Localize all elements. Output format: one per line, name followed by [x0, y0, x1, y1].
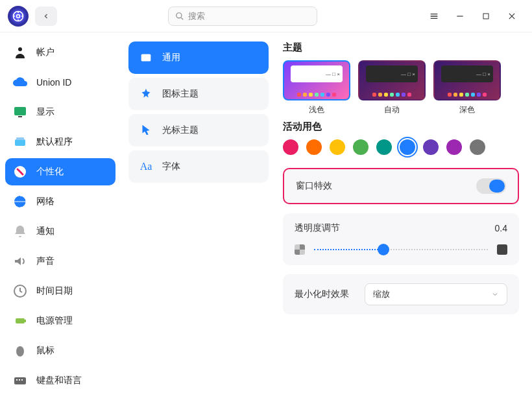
search-input[interactable]: 搜索: [168, 6, 317, 26]
sidebar-item-label: 显示: [36, 106, 54, 118]
maximize-button[interactable]: [480, 10, 492, 22]
submenu: 通用图标主题光标主题Aa字体: [121, 32, 276, 411]
keyboard-icon: [12, 372, 29, 389]
chevron-down-icon: [491, 290, 499, 298]
submenu-item-icontheme[interactable]: 图标主题: [128, 78, 269, 110]
accent-color-5[interactable]: [400, 139, 415, 155]
sidebar-item-mouse[interactable]: 鼠标: [5, 337, 115, 364]
sidebar-item-label: 时间日期: [36, 285, 73, 297]
cursortheme-icon: [139, 123, 153, 137]
svg-rect-17: [19, 379, 20, 381]
sidebar-item-label: Union ID: [36, 77, 71, 88]
svg-point-2: [176, 12, 182, 18]
sidebar-item-label: 网络: [36, 196, 54, 207]
accent-color-7[interactable]: [446, 139, 462, 155]
opacity-value: 0.4: [495, 223, 507, 233]
svg-rect-12: [16, 318, 25, 323]
theme-dark[interactable]: — □ ×深色: [433, 60, 501, 115]
opaque-icon: [497, 244, 507, 255]
svg-rect-16: [16, 379, 18, 381]
accent-color-8[interactable]: [470, 139, 485, 155]
svg-point-1: [17, 14, 20, 18]
svg-point-14: [16, 346, 24, 357]
sidebar-item-sound[interactable]: 声音: [5, 248, 115, 275]
svg-rect-7: [15, 139, 25, 146]
sidebar-item-account[interactable]: 帐户: [5, 39, 115, 66]
sidebar-item-power[interactable]: 电源管理: [5, 307, 115, 335]
sidebar-item-notify[interactable]: 通知: [5, 218, 115, 245]
accent-color-6[interactable]: [423, 139, 439, 155]
svg-rect-13: [25, 320, 26, 322]
theme-label: 浅色: [283, 104, 350, 115]
sidebar-item-label: 个性化: [36, 166, 64, 178]
general-icon: [139, 51, 153, 65]
sidebar-item-keyboard[interactable]: 键盘和语言: [5, 367, 115, 394]
colors-section-title: 活动用色: [283, 121, 519, 133]
power-icon: [12, 312, 29, 329]
accent-color-1[interactable]: [306, 139, 322, 155]
sidebar-item-label: 通知: [36, 226, 54, 237]
transparent-icon: [295, 244, 305, 255]
font-icon: Aa: [139, 159, 153, 174]
sidebar-item-label: 键盘和语言: [36, 375, 82, 386]
submenu-item-general[interactable]: 通用: [128, 41, 269, 74]
theme-auto[interactable]: — □ ×自动: [358, 60, 426, 115]
main-panel: 主题 — □ ×浅色— □ ×自动— □ ×深色 活动用色 窗口特效 透明度调节…: [276, 32, 532, 411]
theme-label: 自动: [358, 104, 426, 115]
account-icon: [12, 44, 29, 61]
sidebar-item-label: 电源管理: [36, 315, 73, 327]
window-effects-label: 窗口特效: [296, 180, 332, 192]
theme-light[interactable]: — □ ×浅色: [283, 60, 350, 115]
sidebar-item-label: 声音: [36, 255, 54, 267]
display-icon: [12, 104, 29, 121]
svg-rect-18: [21, 379, 23, 381]
minimize-card: 最小化时效果 缩放: [283, 274, 519, 314]
minimize-select[interactable]: 缩放: [365, 283, 507, 305]
submenu-item-label: 图标主题: [162, 88, 199, 100]
svg-rect-5: [14, 107, 26, 115]
theme-section-title: 主题: [283, 41, 519, 54]
icontheme-icon: [139, 87, 153, 101]
sidebar-item-label: 默认程序: [36, 136, 73, 148]
opacity-card: 透明度调节 0.4: [283, 213, 519, 265]
window-effects-card: 窗口特效: [283, 168, 519, 204]
window-effects-toggle[interactable]: [476, 178, 506, 194]
accent-color-0[interactable]: [283, 139, 298, 155]
defaults-icon: [12, 134, 29, 150]
mouse-icon: [12, 342, 29, 359]
svg-rect-15: [14, 377, 26, 384]
sidebar-item-defaults[interactable]: 默认程序: [5, 128, 115, 156]
sidebar-item-network[interactable]: 网络: [5, 188, 115, 215]
titlebar: 搜索: [0, 0, 532, 32]
sidebar-item-display[interactable]: 显示: [5, 99, 115, 126]
opacity-slider[interactable]: [314, 243, 488, 256]
notify-icon: [12, 223, 29, 240]
sidebar-item-personalize[interactable]: 个性化: [5, 158, 115, 185]
search-placeholder: 搜索: [188, 10, 205, 22]
accent-color-3[interactable]: [353, 139, 369, 155]
close-button[interactable]: [506, 10, 518, 22]
sidebar: 帐户Union ID显示默认程序个性化网络通知声音时间日期电源管理鼠标键盘和语言: [0, 32, 121, 411]
sound-icon: [12, 253, 29, 270]
cloud-icon: [12, 74, 29, 91]
submenu-item-label: 通用: [162, 52, 180, 64]
submenu-item-font[interactable]: Aa字体: [128, 150, 269, 183]
menu-button[interactable]: [428, 10, 440, 22]
submenu-item-label: 光标主题: [162, 124, 199, 136]
accent-color-4[interactable]: [376, 139, 392, 155]
svg-rect-3: [483, 14, 489, 19]
sidebar-item-label: 鼠标: [36, 345, 54, 357]
accent-color-2[interactable]: [330, 139, 345, 155]
submenu-item-cursortheme[interactable]: 光标主题: [128, 114, 269, 147]
app-icon: [8, 6, 29, 27]
svg-rect-6: [18, 116, 22, 117]
back-button[interactable]: [35, 6, 57, 26]
sidebar-item-time[interactable]: 时间日期: [5, 277, 115, 305]
time-icon: [12, 283, 29, 299]
personalize-icon: [12, 163, 29, 180]
opacity-label: 透明度调节: [295, 222, 340, 234]
sidebar-item-cloud[interactable]: Union ID: [5, 69, 115, 96]
minimize-label: 最小化时效果: [295, 288, 349, 300]
minimize-button[interactable]: [454, 10, 466, 22]
svg-rect-8: [16, 137, 24, 140]
